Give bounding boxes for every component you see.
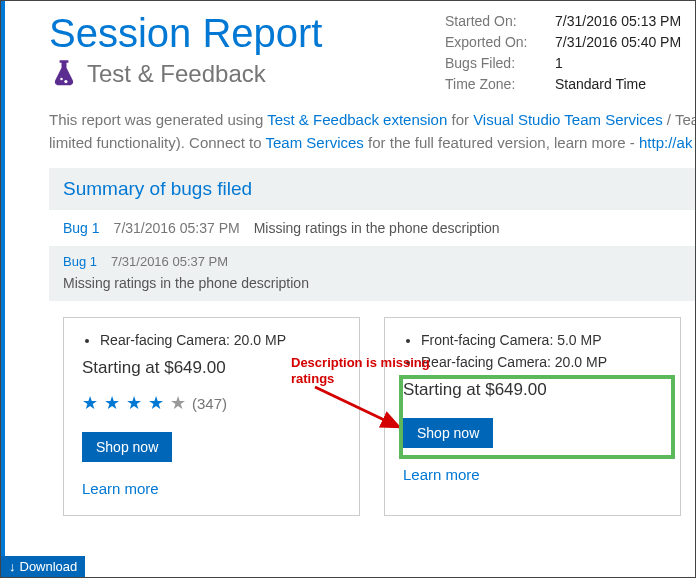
intro-text: This report was generated using Test & F… (49, 109, 695, 154)
product-panel-right: Front-facing Camera: 5.0 MP Rear-facing … (384, 317, 681, 516)
star-icon: ★ (104, 392, 120, 414)
spec-item: Rear-facing Camera: 20.0 MP (100, 332, 341, 348)
meta-tz-value: Standard Time (555, 74, 646, 95)
bug-detail-link[interactable]: Bug 1 (63, 254, 97, 269)
shop-now-button[interactable]: Shop now (82, 432, 172, 462)
flask-icon (49, 59, 79, 89)
screenshot-area: Rear-facing Camera: 20.0 MP Starting at … (63, 317, 681, 516)
star-icon: ★ (82, 392, 98, 414)
price-right: Starting at $649.00 (403, 380, 662, 400)
meta-started-label: Started On: (445, 11, 555, 32)
page-title: Session Report (49, 11, 445, 55)
star-empty-icon: ★ (170, 392, 186, 414)
spec-item: Rear-facing Camera: 20.0 MP (421, 354, 662, 370)
bug-link[interactable]: Bug 1 (63, 220, 100, 236)
product-panel-left: Rear-facing Camera: 20.0 MP Starting at … (63, 317, 360, 516)
rating-count: (347) (192, 395, 227, 412)
star-icon: ★ (126, 392, 142, 414)
bug-detail-header: Bug 1 7/31/2016 05:37 PM Missing ratings… (49, 246, 695, 301)
meta-started-value: 7/31/2016 05:13 PM (555, 11, 681, 32)
bug-title: Missing ratings in the phone description (254, 220, 500, 236)
page-subtitle: Test & Feedback (87, 60, 266, 88)
rating-row: ★ ★ ★ ★ ★ (347) (82, 392, 341, 414)
meta-exported-label: Exported On: (445, 32, 555, 53)
bug-detail-title: Missing ratings in the phone description (63, 275, 681, 291)
meta-bugs-value: 1 (555, 53, 563, 74)
download-label: Download (20, 559, 78, 574)
bug-time: 7/31/2016 05:37 PM (114, 220, 240, 236)
bug-detail-time: 7/31/2016 05:37 PM (111, 254, 228, 269)
meta-table: Started On: 7/31/2016 05:13 PM Exported … (445, 11, 695, 95)
accent-edge (1, 1, 5, 577)
star-icon: ★ (148, 392, 164, 414)
link-vsts[interactable]: Visual Studio Team Services (473, 111, 663, 128)
download-button[interactable]: ↓ Download (1, 556, 85, 577)
meta-bugs-label: Bugs Filed: (445, 53, 555, 74)
learn-more-link[interactable]: Learn more (403, 466, 662, 483)
annotation-text: Description is missing ratings (291, 355, 441, 386)
svg-point-1 (60, 78, 63, 81)
summary-header: Summary of bugs filed (49, 168, 695, 210)
svg-point-2 (64, 80, 67, 83)
link-url[interactable]: http://ak (639, 134, 692, 151)
link-extension[interactable]: Test & Feedback extension (267, 111, 447, 128)
svg-rect-0 (60, 60, 69, 63)
shop-now-button[interactable]: Shop now (403, 418, 493, 448)
meta-tz-label: Time Zone: (445, 74, 555, 95)
spec-item: Front-facing Camera: 5.0 MP (421, 332, 662, 348)
download-icon: ↓ (9, 559, 16, 574)
link-team-services[interactable]: Team Services (266, 134, 364, 151)
meta-exported-value: 7/31/2016 05:40 PM (555, 32, 681, 53)
learn-more-link[interactable]: Learn more (82, 480, 341, 497)
